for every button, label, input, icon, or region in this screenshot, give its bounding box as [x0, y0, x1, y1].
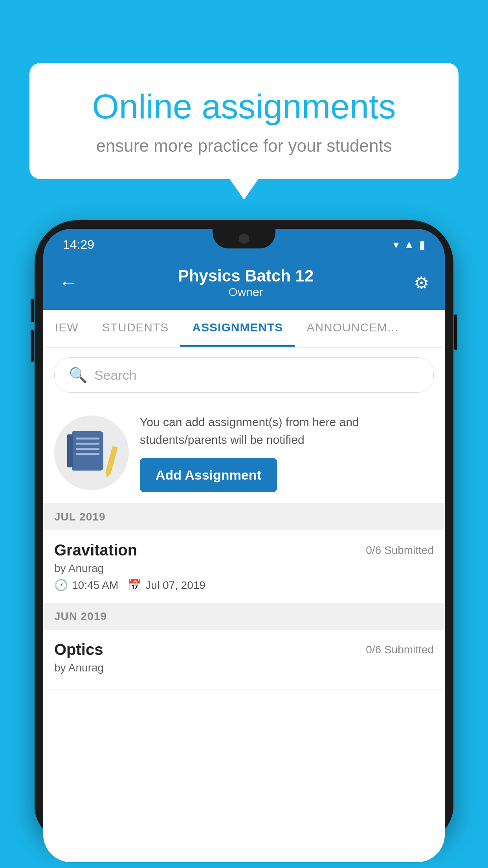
assignment-name-optics: Optics [54, 641, 103, 658]
back-button[interactable]: ← [59, 272, 78, 294]
notebook-line-1 [76, 438, 99, 440]
month-label-jul: JUL 2019 [54, 511, 105, 523]
assignment-submitted-gravitation: 0/6 Submitted [366, 544, 434, 557]
promo-text-area: You can add assignment(s) from here and … [140, 413, 434, 492]
promo-icon-circle [54, 416, 129, 490]
assignment-meta-gravitation: 🕐 10:45 AM 📅 Jul 07, 2019 [54, 579, 434, 592]
volume-down-button[interactable] [31, 330, 34, 362]
volume-up-button[interactable] [31, 299, 34, 322]
notebook-line-2 [76, 443, 99, 445]
wifi-icon: ▾ [393, 238, 399, 251]
tabs-bar: IEW STUDENTS ASSIGNMENTS ANNOUNCEM... [43, 310, 445, 348]
time-text-gravitation: 10:45 AM [72, 579, 118, 592]
speech-bubble-subtitle: ensure more practice for your students [57, 136, 431, 156]
battery-icon: ▮ [419, 238, 425, 251]
status-bar: 14:29 ▾ ▲ ▮ [43, 229, 445, 257]
speech-bubble-title: Online assignments [57, 86, 431, 127]
search-icon: 🔍 [69, 366, 87, 384]
meta-time-gravitation: 🕐 10:45 AM [54, 579, 118, 592]
search-input[interactable]: 🔍 Search [54, 357, 434, 393]
assignment-row1: Gravitation 0/6 Submitted [54, 541, 434, 559]
date-text-gravitation: Jul 07, 2019 [145, 579, 205, 592]
screen-content: 🔍 Search [43, 348, 445, 862]
tab-announcements[interactable]: ANNOUNCEM... [295, 310, 410, 347]
pencil-icon [105, 446, 118, 474]
promo-description: You can add assignment(s) from here and … [140, 413, 434, 449]
speech-bubble-container: Online assignments ensure more practice … [29, 63, 459, 179]
status-icons: ▾ ▲ ▮ [393, 238, 425, 251]
month-header-jul: JUL 2019 [43, 504, 445, 530]
phone-container: 14:29 ▾ ▲ ▮ ← Physics Batch 12 Owner ⚙ I… [35, 220, 453, 868]
assignment-by-gravitation: by Anurag [54, 562, 434, 575]
speech-bubble: Online assignments ensure more practice … [29, 63, 459, 179]
notebook [72, 431, 103, 471]
notch [213, 229, 275, 248]
app-bar-title-text: Physics Batch 12 [78, 267, 414, 285]
assignment-row1-optics: Optics 0/6 Submitted [54, 641, 434, 658]
front-camera [239, 234, 249, 244]
power-button[interactable] [454, 314, 457, 350]
notebook-lines [76, 438, 99, 458]
assignment-item-optics[interactable]: Optics 0/6 Submitted by Anurag [43, 630, 445, 690]
phone-outer: 14:29 ▾ ▲ ▮ ← Physics Batch 12 Owner ⚙ I… [35, 220, 453, 841]
assignment-name-gravitation: Gravitation [54, 541, 137, 559]
app-bar: ← Physics Batch 12 Owner ⚙ [43, 257, 445, 310]
month-header-jun: JUN 2019 [43, 603, 445, 630]
meta-date-gravitation: 📅 Jul 07, 2019 [128, 579, 205, 592]
add-assignment-button[interactable]: Add Assignment [140, 458, 277, 492]
status-time: 14:29 [63, 237, 94, 252]
notebook-line-4 [76, 453, 99, 455]
tab-students[interactable]: STUDENTS [90, 310, 181, 347]
promo-section: You can add assignment(s) from here and … [43, 402, 445, 504]
signal-icon: ▲ [404, 238, 415, 251]
assignment-item-gravitation[interactable]: Gravitation 0/6 Submitted by Anurag 🕐 10… [43, 530, 445, 603]
app-bar-subtitle: Owner [78, 285, 414, 299]
assignment-submitted-optics: 0/6 Submitted [366, 644, 434, 656]
tab-assignments[interactable]: ASSIGNMENTS [180, 310, 295, 347]
promo-notebook-icon [72, 431, 111, 474]
search-bar: 🔍 Search [43, 348, 445, 402]
assignment-by-optics: by Anurag [54, 662, 434, 674]
notebook-line-3 [76, 448, 99, 450]
clock-icon: 🕐 [54, 579, 68, 592]
search-placeholder-text: Search [94, 368, 137, 383]
app-bar-title: Physics Batch 12 Owner [78, 267, 414, 299]
calendar-icon: 📅 [128, 579, 141, 592]
settings-button[interactable]: ⚙ [414, 273, 429, 293]
tab-iew[interactable]: IEW [43, 310, 90, 347]
month-label-jun: JUN 2019 [54, 610, 107, 622]
